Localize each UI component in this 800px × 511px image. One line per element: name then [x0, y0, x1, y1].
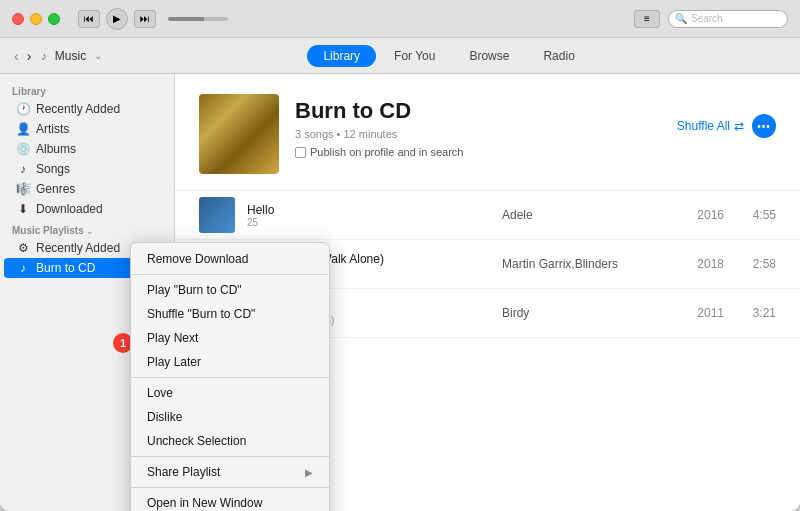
sidebar-item-recently-added-label: Recently Added	[36, 102, 120, 116]
titlebar-right: ≡ 🔍 Search	[634, 10, 788, 28]
burn-to-cd-icon: ♪	[16, 261, 30, 275]
sidebar-item-recently-added[interactable]: 🕐 Recently Added	[4, 99, 170, 119]
tab-foryou[interactable]: For You	[378, 45, 451, 67]
tab-browse[interactable]: Browse	[453, 45, 525, 67]
track-artist: Martin Garrix,Blinders	[502, 257, 662, 271]
volume-slider[interactable]	[168, 17, 228, 21]
sidebar-item-downloaded[interactable]: ⬇ Downloaded	[4, 199, 170, 219]
menu-item-dislike[interactable]: Dislike	[131, 405, 329, 429]
publish-checkbox[interactable]	[295, 147, 306, 158]
minimize-button[interactable]	[30, 13, 42, 25]
tab-group: Library For You Browse Radio	[110, 45, 788, 67]
track-year: 2016	[674, 208, 724, 222]
genres-icon: 🎼	[16, 182, 30, 196]
menu-separator	[131, 487, 329, 488]
forward-arrow[interactable]: ›	[25, 48, 34, 64]
menu-item-play[interactable]: Play "Burn to CD"	[131, 278, 329, 302]
recently-added-icon: 🕐	[16, 102, 30, 116]
menu-item-open-new-window[interactable]: Open in New Window	[131, 491, 329, 511]
nav-arrows: ‹ ›	[12, 48, 33, 64]
more-options-button[interactable]: •••	[752, 114, 776, 138]
playlists-chevron-icon: ⌄	[86, 226, 94, 236]
toolbar: ‹ › ♪ Music ⌄ Library For You Browse Rad…	[0, 38, 800, 74]
sidebar-item-artists[interactable]: 👤 Artists	[4, 119, 170, 139]
track-duration: 4:55	[736, 208, 776, 222]
playlist-header: Burn to CD 3 songs • 12 minutes Publish …	[175, 74, 800, 191]
menu-item-share-playlist[interactable]: Share Playlist ▶	[131, 460, 329, 484]
albums-icon: 💿	[16, 142, 30, 156]
next-button[interactable]: ⏭	[134, 10, 156, 28]
playlist-info: Burn to CD 3 songs • 12 minutes Publish …	[295, 94, 661, 158]
shuffle-all-button[interactable]: Shuffle All ⇄	[677, 119, 744, 133]
menu-item-play-later[interactable]: Play Later	[131, 350, 329, 374]
playlist-artwork	[199, 94, 279, 174]
menu-separator	[131, 274, 329, 275]
menu-separator	[131, 377, 329, 378]
sidebar-item-artists-label: Artists	[36, 122, 69, 136]
track-subtitle: 25	[247, 217, 490, 228]
music-icon: ♪	[41, 50, 47, 62]
track-duration: 3:21	[736, 306, 776, 320]
recently-added-playlist-icon: ⚙	[16, 241, 30, 255]
shuffle-icon: ⇄	[734, 119, 744, 133]
traffic-lights	[12, 13, 60, 25]
sidebar-item-genres[interactable]: 🎼 Genres	[4, 179, 170, 199]
sidebar-item-burn-to-cd-label: Burn to CD	[36, 261, 95, 275]
track-info: Hello 25	[247, 203, 490, 228]
breadcrumb-chevron-icon: ⌄	[94, 50, 102, 61]
track-artist: Birdy	[502, 306, 662, 320]
app-window: ⏮ ▶ ⏭ ≡ 🔍 Search ‹ › ♪ Music ⌄ Library F…	[0, 0, 800, 511]
track-artist: Adele	[502, 208, 662, 222]
sidebar-item-recently-added-playlist-label: Recently Added	[36, 241, 120, 255]
context-menu: Remove Download Play "Burn to CD" Shuffl…	[130, 242, 330, 511]
list-view-button[interactable]: ≡	[634, 10, 660, 28]
artists-icon: 👤	[16, 122, 30, 136]
playlist-actions: Shuffle All ⇄ •••	[677, 94, 776, 138]
play-button[interactable]: ▶	[106, 8, 128, 30]
main-content: Library 🕐 Recently Added 👤 Artists 💿 Alb…	[0, 74, 800, 511]
sidebar-item-downloaded-label: Downloaded	[36, 202, 103, 216]
search-icon: 🔍	[675, 13, 687, 24]
library-section-label: Library	[0, 82, 174, 99]
titlebar: ⏮ ▶ ⏭ ≡ 🔍 Search	[0, 0, 800, 38]
sidebar-item-songs-label: Songs	[36, 162, 70, 176]
sidebar-item-albums-label: Albums	[36, 142, 76, 156]
playback-controls: ⏮ ▶ ⏭	[78, 8, 156, 30]
playlists-section: Music Playlists ⌄	[0, 219, 174, 238]
maximize-button[interactable]	[48, 13, 60, 25]
track-artwork	[199, 197, 235, 233]
close-button[interactable]	[12, 13, 24, 25]
playlist-title: Burn to CD	[295, 98, 661, 124]
track-year: 2018	[674, 257, 724, 271]
search-placeholder: Search	[691, 13, 723, 24]
shuffle-label: Shuffle All	[677, 119, 730, 133]
menu-item-uncheck[interactable]: Uncheck Selection	[131, 429, 329, 453]
downloaded-icon: ⬇	[16, 202, 30, 216]
more-icon: •••	[757, 121, 771, 132]
menu-item-love[interactable]: Love	[131, 381, 329, 405]
track-row[interactable]: Hello 25 Adele 2016 4:55	[175, 191, 800, 240]
sidebar-item-songs[interactable]: ♪ Songs	[4, 159, 170, 179]
playlist-meta: 3 songs • 12 minutes	[295, 128, 661, 140]
menu-item-remove-download[interactable]: Remove Download	[131, 247, 329, 271]
songs-icon: ♪	[16, 162, 30, 176]
tab-library[interactable]: Library	[307, 45, 376, 67]
submenu-arrow-icon: ▶	[305, 467, 313, 478]
menu-item-play-next[interactable]: Play Next	[131, 326, 329, 350]
playlist-art-image	[199, 94, 279, 174]
breadcrumb-text: Music	[55, 49, 86, 63]
search-box[interactable]: 🔍 Search	[668, 10, 788, 28]
track-duration: 2:58	[736, 257, 776, 271]
publish-label: Publish on profile and in search	[310, 146, 463, 158]
back-arrow[interactable]: ‹	[12, 48, 21, 64]
prev-button[interactable]: ⏮	[78, 10, 100, 28]
sidebar-item-albums[interactable]: 💿 Albums	[4, 139, 170, 159]
menu-item-shuffle[interactable]: Shuffle "Burn to CD"	[131, 302, 329, 326]
track-title: Hello	[247, 203, 490, 217]
track-year: 2011	[674, 306, 724, 320]
playlists-label: Music Playlists	[12, 225, 84, 236]
sidebar-item-genres-label: Genres	[36, 182, 75, 196]
tab-radio[interactable]: Radio	[527, 45, 590, 67]
menu-separator	[131, 456, 329, 457]
playlist-publish: Publish on profile and in search	[295, 146, 661, 158]
